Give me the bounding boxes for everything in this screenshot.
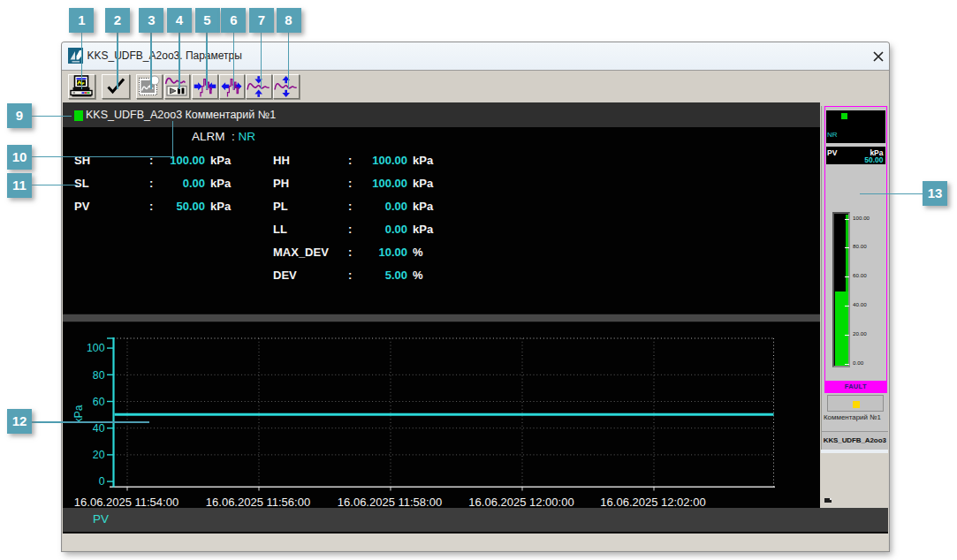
svg-text:0: 0	[99, 475, 105, 488]
svg-text:16.06.2025 11:54:00: 16.06.2025 11:54:00	[74, 496, 178, 508]
svg-text:40: 40	[93, 422, 105, 435]
svg-text:16.06.2025 12:02:00: 16.06.2025 12:02:00	[600, 496, 705, 508]
svg-text:16.06.2025 12:00:00: 16.06.2025 12:00:00	[468, 496, 573, 508]
svg-text:16.06.2025 11:56:00: 16.06.2025 11:56:00	[206, 496, 310, 508]
svg-text:20: 20	[93, 449, 105, 461]
svg-text:80: 80	[93, 369, 105, 382]
svg-text:100: 100	[87, 342, 105, 354]
svg-text:60: 60	[93, 396, 105, 408]
svg-text:16.06.2025 11:58:00: 16.06.2025 11:58:00	[338, 496, 442, 508]
